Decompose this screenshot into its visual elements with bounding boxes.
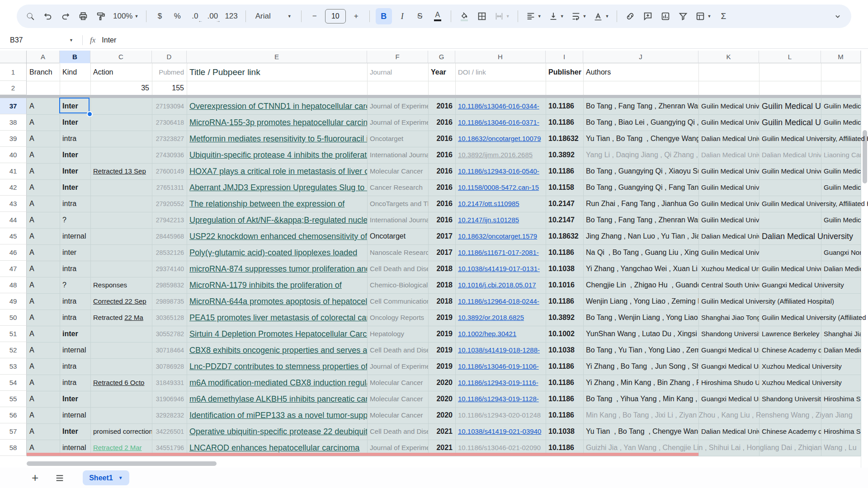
cell-F37[interactable]: Journal of Experimental & Clinical Cance…	[367, 98, 428, 114]
cell-L57[interactable]: Chinese Academy of Sciences	[759, 423, 821, 440]
cell-B51[interactable]: inter	[60, 326, 90, 342]
row-header-48[interactable]: 48	[0, 277, 27, 293]
cell-H47[interactable]: 10.1038/s41419-017-0131-	[455, 261, 546, 277]
cell-A51[interactable]: A	[27, 326, 60, 342]
all-sheets-button[interactable]	[55, 473, 65, 483]
cell-A42[interactable]: A	[27, 179, 60, 196]
doi-link[interactable]: 10.2147/ott.s110985	[458, 200, 519, 207]
cell-H49[interactable]: 10.1186/s12964-018-0244-	[455, 293, 546, 310]
cell-D47[interactable]: 29374140	[152, 261, 187, 277]
cell-G42[interactable]: 2016	[428, 179, 455, 196]
title-link[interactable]: PEA15 promotes liver metastasis of color…	[189, 313, 367, 322]
cell-I40[interactable]: 10.3892	[546, 147, 583, 163]
cell-F50[interactable]: Oncology Reports	[367, 310, 428, 326]
cell-I54[interactable]: 10.1186	[546, 375, 583, 391]
action-link[interactable]: Retracted 6 Octo	[93, 379, 144, 386]
doi-link[interactable]: 10.1002/hep.30421	[458, 330, 516, 338]
cell-A48[interactable]: A	[27, 277, 60, 293]
cell-L38[interactable]: Guilin Medical University	[759, 114, 821, 131]
cell-B42[interactable]: Inter	[60, 179, 90, 196]
cell-A53[interactable]: A	[27, 358, 60, 375]
cell-A40[interactable]: A	[27, 147, 60, 163]
row-header-52[interactable]: 52	[0, 342, 27, 358]
cell-E54[interactable]: m6A modification-mediated CBX8 induction…	[187, 375, 367, 391]
functions-button[interactable]: Σ	[716, 8, 731, 24]
font-select[interactable]: Arial▼	[252, 8, 295, 24]
cell-A56[interactable]: A	[27, 407, 60, 423]
cell-I51[interactable]: 10.1002	[546, 326, 583, 342]
cell-D43[interactable]: 27920552	[152, 196, 187, 212]
text-wrap-button[interactable]: ▼	[569, 8, 589, 24]
cell-B48[interactable]: ?	[60, 277, 90, 293]
cell-A43[interactable]: A	[27, 196, 60, 212]
cell-K44[interactable]: Guilin Medical University	[698, 212, 759, 228]
doi-link[interactable]: 10.1186/s12964-018-0244-	[458, 297, 539, 305]
text-rotation-button[interactable]: ▼	[591, 8, 611, 24]
cell-M57[interactable]: Hiroshima Shudo University	[821, 423, 861, 440]
cell-K43[interactable]: Guilin Medical University	[698, 196, 759, 212]
cell-I38[interactable]: 10.1186	[546, 114, 583, 131]
cell-K54[interactable]: Hiroshima Shudo University	[698, 375, 759, 391]
cell-G57[interactable]: 2021	[428, 423, 455, 440]
cell-C50[interactable]: Retracted 22 Ma	[90, 310, 152, 326]
cell-K49[interactable]: Guilin Medical University (Affiliated Ho…	[698, 293, 759, 310]
row-header-42[interactable]: 42	[0, 179, 27, 196]
cell-H57[interactable]: 10.1038/s41419-021-03940	[455, 423, 546, 440]
cell-F41[interactable]: Molecular Cancer	[367, 163, 428, 179]
cell-H50[interactable]: 10.3892/or.2018.6825	[455, 310, 546, 326]
title-link[interactable]: LNCAROD enhances hepatocellular carcinom…	[189, 443, 359, 452]
title-link[interactable]: MicroRNA-1179 inhibits the proliferation…	[189, 281, 342, 290]
cell-I45[interactable]: 10.18632	[546, 228, 583, 244]
cell-E42[interactable]: Aberrant JMJD3 Expression Upregulates Sl…	[187, 179, 367, 196]
cell-D54[interactable]: 31849331	[152, 375, 187, 391]
search-icon[interactable]	[23, 8, 38, 24]
row-header-58[interactable]: 58	[0, 440, 27, 456]
add-sheet-button[interactable]: +	[32, 468, 38, 488]
cell-G48[interactable]: 2018	[428, 277, 455, 293]
cell-K55[interactable]: Guangxi Medical University	[698, 391, 759, 407]
cell-J38[interactable]: Bo Tang , Biao Lei , Guangying Qi , Fang…	[583, 114, 698, 131]
cell-L53[interactable]: Xuzhou Medical University	[759, 358, 821, 375]
cell-K57[interactable]: Dalian Medical University	[698, 423, 759, 440]
doi-link[interactable]: 10.1186/s13046-019-1106-	[458, 362, 539, 370]
cell-D55[interactable]: 31906946	[152, 391, 187, 407]
row-header-51[interactable]: 51	[0, 326, 27, 342]
cell-L39[interactable]: Guilin Medical University, Affiliated Ho…	[759, 131, 821, 147]
cell-E53[interactable]: Lnc-PDZD7 contributes to stemness proper…	[187, 358, 367, 375]
action-link[interactable]: 22 Ma	[124, 314, 143, 321]
cell-D49[interactable]: 29898735	[152, 293, 187, 310]
cell-E52[interactable]: CBX8 exhibits oncogenic properties and s…	[187, 342, 367, 358]
doi-link[interactable]: 10.1186/s11671-017-2081-	[458, 249, 539, 256]
cell-A39[interactable]: A	[27, 131, 60, 147]
row-header-56[interactable]: 56	[0, 407, 27, 423]
cell-L37[interactable]: Guilin Medical University	[759, 98, 821, 114]
cell-J45[interactable]: Jing Zhang , Nan Luo , Yu Tian , Jia	[583, 228, 698, 244]
cell-G37[interactable]: 2016	[428, 98, 455, 114]
cell-F54[interactable]: Molecular Cancer	[367, 375, 428, 391]
cell-G39[interactable]: 2016	[428, 131, 455, 147]
cell-H52[interactable]: 10.1038/s41419-018-1288-	[455, 342, 546, 358]
cell-F44[interactable]: International Journal of Nanomedicine	[367, 212, 428, 228]
cell-K41[interactable]: Guilin Medical University	[698, 163, 759, 179]
cell-M40[interactable]: Liaoning Cancer Hospital	[821, 147, 861, 163]
cell-H56[interactable]: 10.1186/s12943-020-01248	[455, 407, 546, 423]
cell-G51[interactable]: 2019	[428, 326, 455, 342]
cell-H43[interactable]: 10.2147/ott.s110985	[455, 196, 546, 212]
cell-H45[interactable]: 10.18632/oncotarget.1579	[455, 228, 546, 244]
print-button[interactable]	[76, 8, 90, 24]
cell-H54[interactable]: 10.1186/s12943-019-1116-	[455, 375, 546, 391]
cell-H53[interactable]: 10.1186/s13046-019-1106-	[455, 358, 546, 375]
cell-A1[interactable]: Branch	[27, 63, 60, 81]
bold-button[interactable]: B	[376, 8, 392, 24]
cell-F38[interactable]: Journal of Experimental & Clinical Cance…	[367, 114, 428, 131]
decrease-decimal-button[interactable]: .0←	[188, 8, 202, 24]
column-header-L[interactable]: L	[759, 51, 821, 63]
cell-F43[interactable]: OncoTargets and Therapy	[367, 196, 428, 212]
cell-L40[interactable]: Dalian Medical University	[759, 147, 821, 163]
cell-D46[interactable]: 28532126	[152, 244, 187, 261]
cell-G50[interactable]: 2019	[428, 310, 455, 326]
doi-link[interactable]: 10.1186/s13046-016-0371-	[458, 118, 539, 126]
title-link[interactable]: Lnc-PDZD7 contributes to stemness proper…	[189, 362, 367, 371]
cell-L50[interactable]: Guilin Medical University (Affiliated Ho…	[759, 310, 821, 326]
cell-A49[interactable]: A	[27, 293, 60, 310]
